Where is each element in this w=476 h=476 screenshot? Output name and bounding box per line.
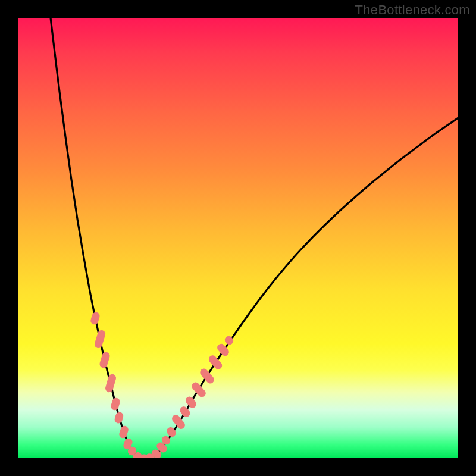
bottleneck-curve bbox=[51, 18, 458, 458]
svg-rect-1 bbox=[94, 330, 106, 349]
chart-frame: TheBottleneck.com bbox=[0, 0, 476, 476]
plot-area bbox=[18, 18, 458, 458]
curve-svg bbox=[18, 18, 458, 458]
watermark-text: TheBottleneck.com bbox=[355, 2, 470, 18]
svg-rect-19 bbox=[190, 381, 206, 398]
svg-rect-17 bbox=[179, 405, 192, 418]
data-marker bbox=[105, 374, 117, 393]
svg-rect-21 bbox=[208, 354, 223, 370]
data-marker bbox=[90, 312, 100, 325]
data-marker bbox=[190, 381, 206, 398]
svg-rect-0 bbox=[90, 312, 100, 325]
data-marker bbox=[208, 354, 223, 370]
svg-rect-6 bbox=[118, 425, 129, 439]
svg-rect-2 bbox=[99, 352, 110, 368]
svg-rect-18 bbox=[184, 395, 198, 409]
data-marker bbox=[184, 395, 198, 409]
data-marker bbox=[114, 412, 124, 424]
data-marker bbox=[118, 425, 129, 439]
data-marker bbox=[99, 352, 110, 368]
data-marker bbox=[94, 330, 106, 349]
svg-rect-5 bbox=[114, 412, 124, 424]
svg-rect-3 bbox=[105, 374, 117, 393]
data-marker bbox=[179, 405, 192, 418]
data-marker bbox=[110, 397, 120, 411]
svg-rect-20 bbox=[199, 367, 215, 384]
svg-rect-4 bbox=[110, 397, 120, 411]
data-marker bbox=[199, 367, 215, 384]
marker-layer bbox=[90, 312, 234, 458]
